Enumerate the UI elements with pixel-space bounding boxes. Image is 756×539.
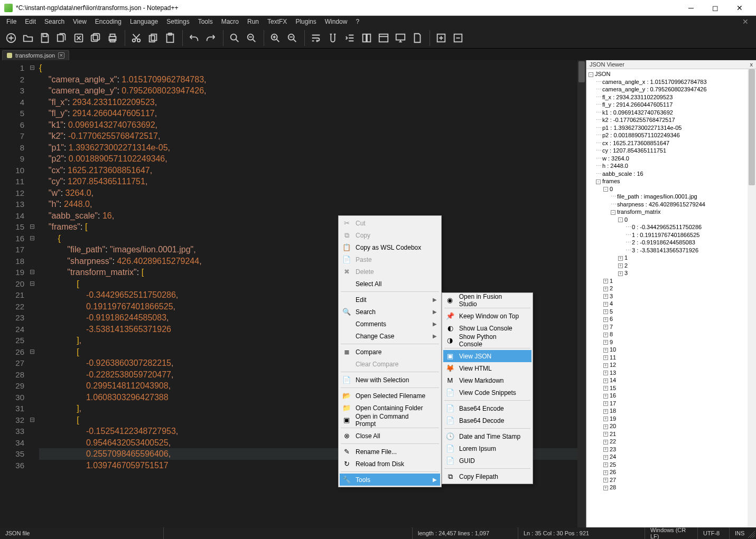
tree-frames[interactable]: -frames: [589, 177, 754, 185]
minimize-button[interactable]: ─: [679, 0, 703, 16]
json-tree[interactable]: -JSON⋯camera_angle_x : 1.015170996278478…: [586, 69, 756, 527]
save-all-icon[interactable]: [54, 30, 70, 46]
tree-frame[interactable]: +19: [589, 415, 754, 423]
monitor-icon[interactable]: [393, 30, 408, 46]
ctx-view-html[interactable]: 🦊View HTML: [443, 362, 531, 374]
ctx-rename-file-[interactable]: ✎Rename File...: [340, 446, 440, 458]
ctx-date-and-time-stamp[interactable]: 🕓Date and Time Stamp: [443, 430, 531, 442]
menu-encoding[interactable]: Encoding: [91, 17, 126, 26]
tree-frame[interactable]: +17: [589, 400, 754, 408]
new-file-icon[interactable]: [3, 30, 19, 46]
macro-play-icon[interactable]: [450, 30, 466, 46]
tree-frame[interactable]: +4: [589, 300, 754, 308]
zoom-in-icon[interactable]: [267, 30, 283, 46]
tree-tm-row[interactable]: +3: [589, 269, 754, 277]
cut-icon[interactable]: [128, 30, 144, 46]
tree-prop[interactable]: ⋯fl_x : 2934.2331102209523: [589, 93, 754, 101]
tree-frame[interactable]: +8: [589, 330, 754, 338]
tree-prop[interactable]: ⋯k1 : 0.09691432740763692: [589, 109, 754, 117]
ctx-comments[interactable]: Comments▶: [340, 318, 440, 330]
tree-frame[interactable]: +7: [589, 323, 754, 331]
ctx-copy-as-wsl-codebox[interactable]: 📋Copy as WSL Codebox: [340, 241, 440, 253]
ctx-base64-decode[interactable]: 📄Base64 Decode: [443, 414, 531, 427]
ctx-copy-filepath[interactable]: ⧉Copy Filepath: [443, 470, 531, 483]
indent-icon[interactable]: [342, 30, 358, 46]
func-list-icon[interactable]: [376, 30, 391, 46]
ctx-open-in-command-prompt[interactable]: ▣Open in Command Prompt: [340, 414, 440, 426]
tree-prop[interactable]: ⋯cy : 1207.854365111751: [589, 147, 754, 155]
menu-[interactable]: ?: [351, 17, 363, 26]
tree-prop[interactable]: ⋯p1 : 1.3936273002271314e-05: [589, 124, 754, 132]
menu-tools[interactable]: Tools: [194, 17, 217, 26]
tree-tm-row[interactable]: +1: [589, 254, 754, 262]
tree-prop[interactable]: ⋯w : 3264.0: [589, 155, 754, 163]
tree-frame[interactable]: +2: [589, 285, 754, 292]
tree-frame[interactable]: +26: [589, 468, 754, 476]
tree-prop[interactable]: ⋯camera_angle_y : 0.7952608023947426: [589, 86, 754, 93]
doc-map-icon[interactable]: [359, 30, 375, 46]
tree-root[interactable]: -JSON: [589, 70, 754, 78]
tree-frame[interactable]: +23: [589, 446, 754, 453]
tree-tm-row[interactable]: +2: [589, 262, 754, 270]
tree-tm-row0[interactable]: -0: [589, 216, 754, 224]
status-eol[interactable]: Windows (CR LF): [645, 527, 698, 539]
find-icon[interactable]: [227, 30, 242, 46]
ctx-view-code-snippets[interactable]: 📄View Code Snippets: [443, 386, 531, 399]
tree-frame[interactable]: +6: [589, 315, 754, 323]
resize-grip-icon[interactable]: [748, 531, 755, 538]
ctx-keep-window-on-top[interactable]: 📌Keep Window on Top: [443, 310, 531, 322]
tree-frame[interactable]: +22: [589, 438, 754, 446]
tree-frame[interactable]: +11: [589, 354, 754, 362]
ctx-new-with-selection[interactable]: 📄New with Selection: [340, 374, 440, 386]
tree-frame[interactable]: +15: [589, 384, 754, 392]
tree-tm[interactable]: -transform_matrix: [589, 208, 754, 216]
open-file-icon[interactable]: [20, 30, 36, 46]
tree-sharpness[interactable]: ⋯sharpness : 426.40289615279244: [589, 201, 754, 209]
tree-frame[interactable]: +14: [589, 376, 754, 384]
ctx-lorem-ipsum[interactable]: 📄Lorem Ipsum: [443, 442, 531, 455]
menu-edit[interactable]: Edit: [21, 17, 40, 26]
menu-textfx[interactable]: TextFX: [263, 17, 291, 26]
tree-prop[interactable]: ⋯cx : 1625.2173608851647: [589, 139, 754, 147]
ctx-view-markdown[interactable]: MView Markdown: [443, 374, 531, 386]
undo-icon[interactable]: [186, 30, 202, 46]
tree-prop[interactable]: ⋯fl_y : 2914.2660447605117: [589, 101, 754, 109]
menu-language[interactable]: Language: [126, 17, 162, 26]
ctx-compare[interactable]: ≣Compare: [340, 346, 440, 358]
zoom-out-icon[interactable]: [284, 30, 300, 46]
tree-frame[interactable]: +20: [589, 422, 754, 430]
ctx-tools[interactable]: 🔧Tools▶: [340, 474, 440, 486]
tree-frame[interactable]: +28: [589, 484, 754, 491]
tree-frame[interactable]: +3: [589, 292, 754, 300]
menu-settings[interactable]: Settings: [162, 17, 193, 26]
tree-frame[interactable]: +18: [589, 407, 754, 415]
json-panel-close-icon[interactable]: x: [750, 61, 753, 68]
close-all-icon[interactable]: [88, 30, 104, 46]
ctx-change-case[interactable]: Change Case▶: [340, 330, 440, 342]
tree-frame[interactable]: +13: [589, 369, 754, 377]
status-encoding[interactable]: UTF-8: [698, 527, 730, 539]
tree-prop[interactable]: ⋯k2 : -0.17706255768472517: [589, 116, 754, 124]
tree-frame[interactable]: +25: [589, 461, 754, 469]
context-submenu-tools[interactable]: ◉Open in Fusion Studio📌Keep Window on To…: [442, 292, 533, 484]
replace-icon[interactable]: [244, 30, 259, 46]
tab-close-icon[interactable]: ✕: [58, 52, 64, 59]
tree-prop[interactable]: ⋯camera_angle_x : 1.0151709962784783: [589, 78, 754, 86]
tab-transforms-json[interactable]: transforms.json ✕: [2, 50, 69, 60]
menubar-close-icon[interactable]: ✕: [737, 17, 754, 26]
json-panel-scrollbar[interactable]: [748, 69, 756, 527]
menu-window[interactable]: Window: [321, 17, 352, 26]
tree-frame[interactable]: +10: [589, 346, 754, 354]
tree-tm-val[interactable]: ⋯0 : -0.34429652511750286: [589, 223, 754, 231]
menu-file[interactable]: File: [2, 17, 21, 26]
ctx-base64-encode[interactable]: 📄Base64 Encode: [443, 402, 531, 414]
close-button[interactable]: ✕: [727, 0, 752, 16]
fold-column[interactable]: ⊟⊟⊟⊟⊟⊟⊟: [29, 60, 36, 527]
ctx-select-all[interactable]: Select All: [340, 278, 440, 290]
ctx-close-all[interactable]: ⊗Close All: [340, 430, 440, 442]
ctx-view-json[interactable]: ▣View JSON: [443, 350, 531, 362]
print-icon[interactable]: [105, 30, 120, 46]
menu-plugins[interactable]: Plugins: [291, 17, 320, 26]
tree-frame[interactable]: +16: [589, 392, 754, 400]
menu-view[interactable]: View: [69, 17, 91, 26]
